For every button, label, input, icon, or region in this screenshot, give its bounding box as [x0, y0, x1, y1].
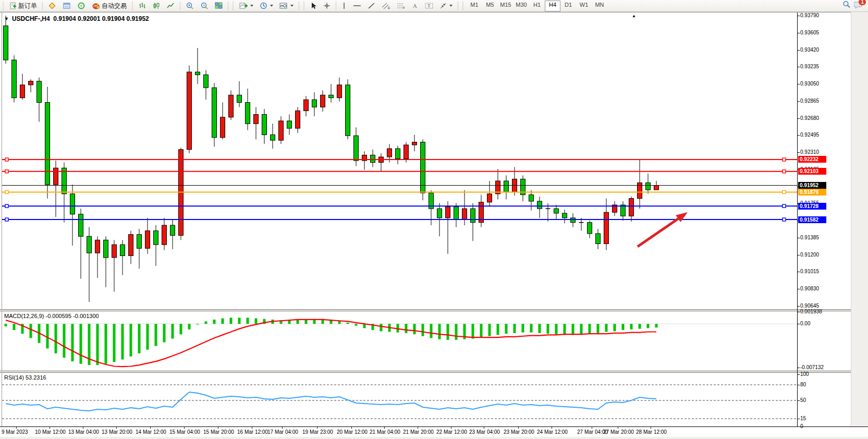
- channel-tool-button[interactable]: E: [379, 1, 393, 11]
- rsi-axis-tick-label: 15: [800, 416, 806, 421]
- periods-dropdown-caret[interactable]: [270, 5, 273, 7]
- timeframe-button-d1[interactable]: D1: [560, 1, 576, 11]
- timeframe-button-m30[interactable]: M30: [514, 1, 529, 11]
- auto-trading-button[interactable]: 自动交易: [89, 1, 129, 11]
- periods-button[interactable]: [257, 1, 276, 11]
- indicators-dropdown-caret[interactable]: [250, 5, 253, 7]
- rsi-axis-tick-label: 50: [800, 397, 806, 403]
- market-watch-button[interactable]: [45, 1, 59, 11]
- bar-chart-mode-button[interactable]: [136, 1, 149, 11]
- candlestick-canvas[interactable]: [2, 13, 798, 309]
- toolbar-drag-handle[interactable]: [131, 2, 134, 10]
- zoom-in-button[interactable]: [183, 1, 197, 11]
- tile-windows-button[interactable]: [212, 1, 225, 11]
- equidistant-channel-icon: E: [382, 2, 390, 9]
- templates-dropdown-caret[interactable]: [290, 5, 294, 7]
- navigator-button[interactable]: [75, 1, 88, 11]
- time-axis-tick: [116, 426, 117, 429]
- macd-canvas[interactable]: [2, 311, 798, 371]
- toolbar-separator: [180, 2, 180, 10]
- macd-axis-tick-label: 0.001938: [800, 309, 822, 314]
- timeframe-button-h1[interactable]: H1: [529, 1, 545, 11]
- time-axis-label: 21 Mar 20:00: [403, 429, 434, 435]
- timeframe-button-group: M1M5M15M30H1H4D1W1MN: [467, 1, 607, 11]
- cursor-tool-button[interactable]: [308, 1, 320, 11]
- rsi-axis-tick-label: 0: [800, 423, 803, 429]
- time-axis-tick: [252, 426, 252, 429]
- main-price-chart[interactable]: [2, 13, 797, 309]
- auto-trading-icon: [92, 2, 100, 9]
- price-axis-tick: [797, 67, 800, 67]
- price-axis-tick-label: 0.90830: [800, 286, 819, 291]
- zoom-out-button[interactable]: [198, 1, 211, 11]
- rsi-indicator-panel[interactable]: [2, 373, 797, 426]
- time-axis-label: 10 Mar 12:00: [35, 429, 66, 435]
- price-axis-tick-label: 0.92310: [800, 149, 819, 155]
- timeframe-button-m15[interactable]: M15: [498, 1, 514, 11]
- trend-arrow-annotation[interactable]: [638, 212, 688, 247]
- search-icon[interactable]: [842, 1, 851, 11]
- price-axis-tick: [797, 84, 800, 84]
- crosshair-tool-button[interactable]: [321, 1, 333, 11]
- time-axis-tick: [451, 426, 451, 429]
- rsi-axis-tick: [797, 400, 800, 401]
- data-window-button[interactable]: [60, 1, 74, 11]
- toolbar-drag-handle[interactable]: [232, 2, 235, 10]
- timeframe-button-mn[interactable]: MN: [592, 1, 607, 11]
- arrows-dropdown-caret[interactable]: [449, 5, 453, 7]
- horizontal-line-icon: [353, 2, 361, 9]
- price-axis-tick: [797, 238, 800, 238]
- timeframe-button-m5[interactable]: M5: [482, 1, 498, 11]
- chart-shift-marker[interactable]: ▲: [632, 14, 636, 18]
- time-axis-tick: [150, 426, 151, 429]
- macd-axis-tick-label: -0.007132: [800, 364, 824, 370]
- indicators-icon: [239, 2, 248, 9]
- time-axis-label: 21 Mar 04:00: [370, 429, 400, 435]
- toolbar-drag-handle[interactable]: [2, 2, 5, 10]
- arrows-tool-button[interactable]: [437, 1, 455, 11]
- vertical-line-tool-button[interactable]: [339, 1, 349, 11]
- rsi-axis-tick: [797, 419, 800, 419]
- indicators-button[interactable]: [237, 1, 256, 11]
- fibonacci-tool-button[interactable]: F: [394, 1, 408, 11]
- time-axis-label: 14 Mar 12:00: [136, 429, 166, 435]
- time-axis-tick: [351, 426, 352, 429]
- price-axis-tick-label: 0.93420: [800, 47, 819, 53]
- timeframe-button-m1[interactable]: M1: [467, 1, 482, 11]
- timeframe-button-w1[interactable]: W1: [576, 1, 592, 11]
- cursor-arrow-icon: [310, 2, 317, 9]
- toolbar-separator: [336, 2, 336, 10]
- new-order-button[interactable]: 新订单: [7, 1, 40, 11]
- price-axis-tick: [797, 289, 800, 289]
- rsi-axis-tick: [797, 385, 800, 385]
- trendline-icon: [368, 2, 375, 9]
- price-axis-tick: [797, 33, 800, 33]
- notifications-button[interactable]: 1: [854, 1, 863, 11]
- time-axis-tick: [484, 426, 484, 429]
- trendline-tool-button[interactable]: [365, 1, 378, 11]
- rsi-canvas[interactable]: [2, 373, 798, 426]
- text-label-tool-button[interactable]: T: [422, 1, 436, 11]
- text-tool-button[interactable]: A: [409, 1, 421, 11]
- horizontal-line-tool-button[interactable]: [350, 1, 364, 11]
- arrow-objects-icon: [439, 2, 447, 9]
- timeframe-button-h4[interactable]: H4: [545, 1, 560, 11]
- price-axis-tick-label: 0.93790: [800, 13, 819, 18]
- time-axis-label: 22 Mar 12:00: [436, 429, 467, 435]
- time-axis-label: 24 Mar 12:00: [537, 429, 568, 435]
- price-axis-tick: [797, 152, 800, 153]
- time-axis-label: 13 Mar 20:00: [102, 429, 132, 435]
- line-chart-mode-button[interactable]: [164, 1, 177, 11]
- candlestick-mode-button[interactable]: [150, 1, 163, 11]
- chart-collapse-icon[interactable]: ▼: [4, 16, 9, 21]
- time-axis-tick: [651, 426, 651, 429]
- navigator-icon: [77, 2, 85, 9]
- macd-indicator-panel[interactable]: [2, 311, 797, 371]
- templates-button[interactable]: [277, 1, 296, 11]
- time-axis-tick: [552, 426, 552, 429]
- time-axis-label: 9 Mar 2023: [2, 429, 28, 435]
- toolbar-drag-handle[interactable]: [303, 2, 305, 10]
- main-toolbar: 新订单 自动交易 E F A T: [0, 0, 868, 12]
- price-axis-tick: [797, 272, 800, 272]
- toolbar-drag-handle[interactable]: [462, 2, 464, 10]
